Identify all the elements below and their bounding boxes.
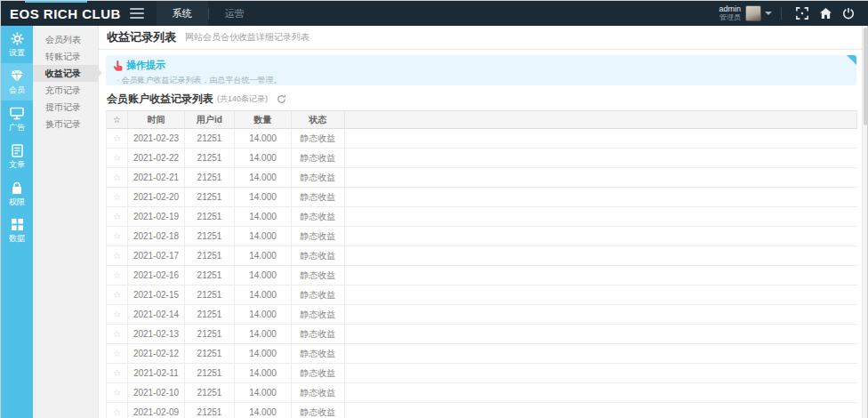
table-row[interactable]: ☆ 2021-02-18 21251 14.000 静态收益 bbox=[107, 227, 857, 246]
records-table: ☆ 时间 用户id 数量 状态 ☆ 2021-02-23 21251 14.00… bbox=[106, 110, 857, 418]
top-nav-tabs: 系统运营 bbox=[157, 1, 261, 26]
sidebar-item-display[interactable]: 广告 bbox=[1, 100, 33, 138]
table-body: ☆ 2021-02-23 21251 14.000 静态收益 ☆ 2021-02… bbox=[107, 129, 857, 418]
favorite-star-icon[interactable]: ☆ bbox=[107, 325, 128, 343]
favorite-star-icon[interactable]: ☆ bbox=[107, 168, 128, 187]
submenu-item[interactable]: 换币记录 bbox=[33, 116, 98, 133]
favorite-star-icon[interactable]: ☆ bbox=[107, 149, 128, 167]
top-nav-tab-2[interactable]: 运营 bbox=[209, 1, 261, 26]
scrollbar[interactable] bbox=[862, 26, 867, 418]
home-icon[interactable] bbox=[814, 1, 837, 26]
sidebar-item-label: 广告 bbox=[1, 124, 33, 133]
cell-time: 2021-02-12 bbox=[128, 344, 185, 363]
sidebar-item-diamond[interactable]: 会员 bbox=[1, 63, 33, 100]
submenu-item[interactable]: 提币记录 bbox=[33, 99, 98, 116]
alert-text: · 会员账户收益记录列表，由总平台统一管理。 bbox=[117, 75, 848, 85]
sidebar-item-grid[interactable]: 数据 bbox=[1, 212, 33, 249]
scrollbar-thumb[interactable] bbox=[864, 28, 867, 125]
table-row[interactable]: ☆ 2021-02-14 21251 14.000 静态收益 bbox=[107, 305, 857, 325]
table-row[interactable]: ☆ 2021-02-20 21251 14.000 静态收益 bbox=[107, 188, 857, 207]
cell-time: 2021-02-17 bbox=[128, 246, 185, 265]
table-row[interactable]: ☆ 2021-02-09 21251 14.000 静态收益 bbox=[107, 403, 857, 418]
col-header-quantity: 数量 bbox=[235, 111, 292, 128]
col-header-status: 状态 bbox=[292, 111, 345, 128]
cell-status: 静态收益 bbox=[292, 344, 345, 363]
fullscreen-icon[interactable] bbox=[791, 1, 814, 26]
cell-userid: 21251 bbox=[185, 305, 235, 324]
table-row[interactable]: ☆ 2021-02-17 21251 14.000 静态收益 bbox=[107, 246, 857, 266]
cell-time: 2021-02-20 bbox=[128, 188, 185, 206]
app-window: EOS RICH CLUB 系统运营 admin 管理员 bbox=[0, 0, 868, 418]
submenu-item[interactable]: 充币记录 bbox=[33, 82, 98, 99]
avatar[interactable] bbox=[745, 5, 761, 21]
cell-quantity: 14.000 bbox=[235, 149, 292, 167]
favorite-star-icon[interactable]: ☆ bbox=[107, 344, 128, 363]
table-row[interactable]: ☆ 2021-02-11 21251 14.000 静态收益 bbox=[107, 364, 857, 383]
cell-quantity: 14.000 bbox=[235, 227, 292, 245]
cell-status: 静态收益 bbox=[292, 266, 345, 285]
cell-quantity: 14.000 bbox=[235, 325, 292, 343]
cell-quantity: 14.000 bbox=[235, 188, 292, 206]
table-title: 会员账户收益记录列表 bbox=[107, 92, 213, 107]
alert-fold-corner bbox=[847, 55, 856, 65]
submenu-item[interactable]: 收益记录 bbox=[33, 65, 98, 82]
diamond-icon bbox=[1, 69, 33, 84]
lock-icon bbox=[1, 181, 33, 197]
refresh-icon[interactable] bbox=[277, 94, 286, 104]
cell-status: 静态收益 bbox=[292, 285, 345, 304]
sidebar-item-label: 数据 bbox=[1, 235, 33, 244]
table-row[interactable]: ☆ 2021-02-15 21251 14.000 静态收益 bbox=[107, 285, 857, 305]
power-icon[interactable] bbox=[837, 1, 860, 26]
sidebar-item-gear[interactable]: 设置 bbox=[1, 26, 33, 63]
submenu-item[interactable]: 会员列表 bbox=[33, 31, 98, 48]
table-row[interactable]: ☆ 2021-02-21 21251 14.000 静态收益 bbox=[107, 168, 857, 188]
cell-time: 2021-02-23 bbox=[128, 129, 185, 148]
cell-time: 2021-02-09 bbox=[128, 403, 185, 418]
app-logo: EOS RICH CLUB bbox=[1, 6, 128, 21]
submenu-item[interactable]: 转账记录 bbox=[33, 48, 98, 65]
table-caption: 会员账户收益记录列表 (共140条记录) bbox=[99, 85, 864, 110]
cell-status: 静态收益 bbox=[292, 207, 345, 226]
page-load-progress-bar bbox=[25, 1, 87, 3]
table-row[interactable]: ☆ 2021-02-12 21251 14.000 静态收益 bbox=[107, 344, 857, 364]
cell-status: 静态收益 bbox=[292, 364, 345, 382]
favorite-star-icon[interactable]: ☆ bbox=[107, 285, 128, 304]
cell-time: 2021-02-11 bbox=[128, 364, 185, 382]
favorite-star-icon[interactable]: ☆ bbox=[107, 188, 128, 206]
cell-userid: 21251 bbox=[185, 364, 235, 382]
sidebar-item-lock[interactable]: 权限 bbox=[1, 175, 33, 213]
cell-status: 静态收益 bbox=[292, 227, 345, 245]
sidebar-item-label: 权限 bbox=[1, 198, 33, 207]
cell-status: 静态收益 bbox=[292, 129, 345, 148]
chevron-down-icon[interactable] bbox=[765, 12, 772, 15]
table-row[interactable]: ☆ 2021-02-19 21251 14.000 静态收益 bbox=[107, 207, 857, 227]
table-row[interactable]: ☆ 2021-02-23 21251 14.000 静态收益 bbox=[107, 129, 857, 149]
cell-status: 静态收益 bbox=[292, 246, 345, 265]
menu-toggle-icon[interactable] bbox=[130, 8, 144, 19]
cell-userid: 21251 bbox=[185, 266, 235, 285]
table-row[interactable]: ☆ 2021-02-10 21251 14.000 静态收益 bbox=[107, 383, 857, 403]
cell-time: 2021-02-14 bbox=[128, 305, 185, 324]
favorite-star-icon[interactable]: ☆ bbox=[107, 403, 128, 418]
favorite-star-icon[interactable]: ☆ bbox=[107, 383, 128, 402]
icon-sidebar: 设置 会员 广告 文章 权限 数据 bbox=[1, 26, 33, 418]
favorite-star-icon[interactable]: ☆ bbox=[107, 207, 128, 226]
top-nav-tab-1[interactable]: 系统 bbox=[157, 1, 208, 26]
sidebar-item-label: 会员 bbox=[1, 86, 33, 95]
table-row[interactable]: ☆ 2021-02-22 21251 14.000 静态收益 bbox=[107, 149, 857, 168]
alert-title: 操作提示 bbox=[126, 59, 165, 72]
sidebar-item-label: 文章 bbox=[1, 161, 33, 170]
cell-quantity: 14.000 bbox=[235, 344, 292, 363]
record-count: (共140条记录) bbox=[217, 93, 268, 105]
favorite-star-icon[interactable]: ☆ bbox=[107, 129, 128, 148]
favorite-star-icon[interactable]: ☆ bbox=[107, 266, 128, 285]
favorite-star-icon[interactable]: ☆ bbox=[107, 305, 128, 324]
sidebar-item-document[interactable]: 文章 bbox=[1, 138, 33, 175]
favorite-star-icon[interactable]: ☆ bbox=[107, 227, 128, 245]
table-row[interactable]: ☆ 2021-02-13 21251 14.000 静态收益 bbox=[107, 325, 857, 344]
favorite-star-icon[interactable]: ☆ bbox=[107, 246, 128, 265]
breadcrumb-bar: 收益记录列表 网站会员合伙收益详细记录列表 bbox=[99, 26, 864, 50]
table-row[interactable]: ☆ 2021-02-16 21251 14.000 静态收益 bbox=[107, 266, 857, 285]
top-header: EOS RICH CLUB 系统运营 admin 管理员 bbox=[1, 1, 868, 26]
favorite-star-icon[interactable]: ☆ bbox=[107, 364, 128, 382]
